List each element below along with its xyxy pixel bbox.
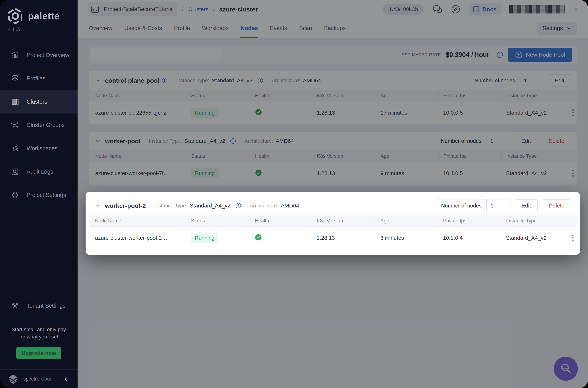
tab-profile[interactable]: Profile <box>174 19 190 38</box>
sidebar-collapse-chevron[interactable] <box>63 376 69 382</box>
explore-compass-icon[interactable] <box>451 4 461 14</box>
edit-pool-button[interactable]: Edit <box>548 74 571 87</box>
health-check-icon <box>255 234 262 241</box>
footer-brand-row: spectro cloud <box>0 370 78 388</box>
cluster-tabbar: Overview Usage & Costs Profile Workloads… <box>78 19 588 38</box>
sidebar-item-label: Project Settings <box>26 192 66 198</box>
k8s-version: 1.28.13 <box>312 235 376 241</box>
collapse-chevron-icon[interactable] <box>95 138 101 144</box>
pool-controls: Number of nodes Edit <box>470 74 571 87</box>
sidebar-bottom: ⚒ Tenant Settings Start small and only p… <box>0 294 78 388</box>
cluster-settings-button[interactable]: Settings <box>537 22 577 35</box>
project-chart-icon <box>90 4 100 14</box>
sidebar: palette 4.4.19 Project Overview Pro <box>0 0 78 388</box>
new-node-pool-button[interactable]: New Node Pool <box>508 48 572 62</box>
brand-logo: palette <box>0 0 78 25</box>
sidebar-item-tenant-settings[interactable]: ⚒ Tenant Settings <box>0 294 78 317</box>
pool-header: worker-pool-2 Instance Type: Standard_A4… <box>89 196 577 215</box>
nodes-content: ESTIMATED RATE $0.3904 / hour New Node P… <box>78 38 588 388</box>
instance-type-meta: Instance Type: Standard_A4_v2 <box>154 203 241 209</box>
instance-type-meta: Instance Type: Standard_A4_v2 <box>176 77 263 84</box>
row-actions-kebab-icon[interactable] <box>570 233 575 243</box>
health-cell <box>250 169 312 178</box>
orbit-icon <box>11 144 19 153</box>
row-actions-kebab-icon[interactable] <box>570 168 576 178</box>
user-menu-chevron-down-icon[interactable] <box>573 7 579 12</box>
upgrade-now-button[interactable]: Upgrade now <box>16 347 61 359</box>
tab-events[interactable]: Events <box>270 19 287 38</box>
feedback-chat-icon[interactable] <box>432 4 443 14</box>
pool-header: control-plane-pool Instance Type: Standa… <box>89 71 577 90</box>
node-name: azure-cluster-cp-22655-tgchz <box>95 110 186 116</box>
topbar: Project-ScaleSecureTutoria / Clusters / … <box>78 0 588 19</box>
book-icon <box>473 6 479 13</box>
edit-pool-button[interactable]: Edit <box>515 135 538 147</box>
instance-type-info-icon[interactable] <box>235 203 241 209</box>
architecture-meta: Architecture: AMD64 <box>250 203 299 209</box>
row-actions-kebab-icon[interactable] <box>570 107 576 118</box>
pool-header: worker-pool Instance Type: Standard_A4_v… <box>89 132 577 150</box>
gear-icon: ⚙ <box>11 191 19 199</box>
app-window: palette 4.4.19 Project Overview Pro <box>0 0 588 388</box>
pool-info-icon[interactable] <box>161 77 168 84</box>
k8s-version: 1.28.13 <box>312 110 376 116</box>
pool-name: worker-pool <box>105 138 140 145</box>
collapse-chevron-icon[interactable] <box>95 203 100 208</box>
table-row: azure-cluster-worker-pool-7f… Running 1.… <box>89 162 577 185</box>
docs-button[interactable]: Docs <box>469 3 501 16</box>
tab-usage-costs[interactable]: Usage & Costs <box>124 19 162 38</box>
edit-pool-button[interactable]: Edit <box>515 199 538 212</box>
toolbar-highlight-area <box>91 48 221 61</box>
palette-logo-icon <box>7 7 24 25</box>
collapse-chevron-icon[interactable] <box>95 78 101 83</box>
instance-type: Standard_A4_v2 <box>501 110 570 116</box>
number-of-nodes-input[interactable] <box>486 135 510 147</box>
sidebar-item-label: Profiles <box>26 75 45 82</box>
magnifier-smile-icon <box>559 362 573 376</box>
sidebar-item-project-overview[interactable]: Project Overview <box>0 44 78 67</box>
pool-name: control-plane-pool <box>105 77 159 84</box>
bar-chart-icon <box>11 51 19 60</box>
rate-info-icon[interactable] <box>497 51 503 58</box>
spotlight-card: worker-pool-2 Instance Type: Standard_A4… <box>86 192 580 255</box>
breadcrumb-separator: / <box>213 6 214 12</box>
help-search-fab[interactable] <box>554 357 578 381</box>
breadcrumb-clusters-link[interactable]: Clusters <box>188 6 208 12</box>
tab-scan[interactable]: Scan <box>299 19 312 38</box>
delete-pool-button[interactable]: Delete <box>542 135 571 147</box>
main-area: Project-ScaleSecureTutoria / Clusters / … <box>78 0 588 388</box>
tab-overview[interactable]: Overview <box>89 19 112 38</box>
status-badge: Running <box>191 233 218 243</box>
instance-type-info-icon[interactable] <box>257 77 263 84</box>
sidebar-item-cluster-groups[interactable]: Cluster Groups <box>0 114 78 137</box>
tab-backups[interactable]: Backups <box>324 19 346 38</box>
sidebar-nav: Project Overview Profiles Clusters <box>0 44 78 207</box>
app-version: 4.4.19 <box>8 26 78 32</box>
sidebar-item-project-settings[interactable]: ⚙ Project Settings <box>0 183 78 207</box>
nodes-table-header: Node Name Status Health K8s Version Age … <box>89 150 577 162</box>
number-of-nodes-input[interactable] <box>520 74 543 87</box>
topbar-actions: 1.43/100kCh <box>383 3 579 16</box>
chevron-down-icon <box>566 26 571 31</box>
tab-nodes[interactable]: Nodes <box>241 19 258 38</box>
breadcrumb-separator: / <box>182 6 183 12</box>
instance-type-info-icon[interactable] <box>230 138 236 144</box>
architecture-meta: Architecture: AMD64 <box>272 77 321 84</box>
delete-pool-button[interactable]: Delete <box>542 199 571 212</box>
sidebar-item-workspaces[interactable]: Workspaces <box>0 137 78 160</box>
sidebar-item-label: Tenant Settings <box>26 303 66 309</box>
sidebar-item-profiles[interactable]: Profiles <box>0 67 78 90</box>
health-check-icon <box>255 109 262 116</box>
user-account-redacted[interactable] <box>509 5 565 13</box>
sidebar-item-clusters[interactable]: Clusters <box>0 90 78 114</box>
breadcrumb-project-name: Project-ScaleSecureTutoria <box>104 6 173 13</box>
breadcrumb-project[interactable]: Project-ScaleSecureTutoria <box>88 2 177 16</box>
credits-usage-pill[interactable]: 1.43/100kCh <box>383 4 424 15</box>
sidebar-item-audit-logs[interactable]: Audit Logs <box>0 160 78 183</box>
node-age: 9 minutes <box>376 170 438 176</box>
pool-worker-2: worker-pool-2 Instance Type: Standard_A4… <box>89 196 577 249</box>
number-of-nodes-input[interactable] <box>487 199 510 212</box>
tab-workloads[interactable]: Workloads <box>202 19 229 38</box>
instance-type: Standard_A4_v2 <box>501 170 570 176</box>
nodes-table-header: Node Name Status Health K8s Version Age … <box>89 90 577 101</box>
